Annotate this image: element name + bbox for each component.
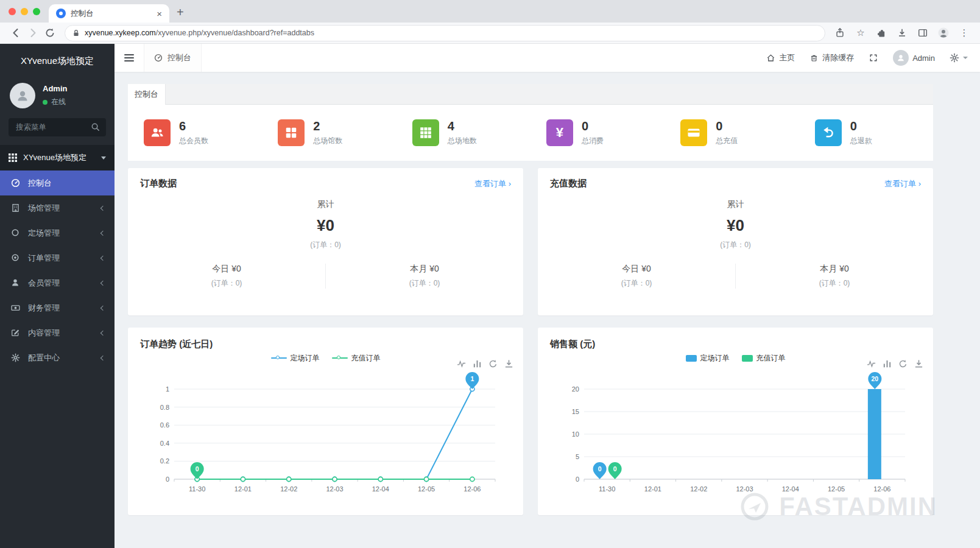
- browser-tab[interactable]: 控制台 ×: [49, 4, 169, 23]
- sidebar-toggle-icon[interactable]: [115, 44, 144, 72]
- toolbox-line-chart-icon[interactable]: [457, 359, 466, 368]
- recharge-data-panel: 充值数据 查看订单 › 累计 ¥0 (订单：0) 今日 ¥0 (订单：0): [538, 168, 933, 315]
- sidebar: XYvenue场地预定 Admin 在线 XYvenue场地预定: [0, 44, 115, 548]
- building-icon: [11, 203, 21, 213]
- sidebar-item-booking[interactable]: 定场管理: [0, 220, 115, 245]
- svg-text:10: 10: [572, 430, 579, 438]
- stat-label: 总场馆数: [313, 136, 342, 146]
- sidebar-item-dashboard[interactable]: 控制台: [0, 170, 115, 195]
- reload-icon[interactable]: [41, 24, 58, 41]
- browser-toolbar: xyvenue.xykeep.com/xyvenue.php/xyvenue/d…: [0, 23, 980, 44]
- content-tab-dashboard[interactable]: 控制台: [128, 84, 166, 105]
- view-orders-link[interactable]: 查看订单 ›: [884, 178, 921, 189]
- toolbox-download-icon[interactable]: [504, 359, 513, 368]
- fullscreen-button[interactable]: [869, 53, 878, 63]
- toolbox-bar-chart-icon[interactable]: [883, 359, 892, 368]
- view-orders-link[interactable]: 查看订单 ›: [474, 178, 511, 189]
- toolbox-download-icon[interactable]: [914, 359, 923, 368]
- sales-chart[interactable]: 0510152011-3012-0112-0212-0312-0412-0512…: [550, 368, 933, 496]
- chevron-left-icon: [100, 280, 105, 285]
- svg-text:0: 0: [576, 476, 579, 483]
- sidebar-item-venues[interactable]: 场馆管理: [0, 195, 115, 220]
- share-icon[interactable]: [831, 24, 848, 41]
- svg-text:11-30: 11-30: [599, 485, 615, 493]
- tab-close-icon[interactable]: ×: [154, 9, 164, 18]
- dot-circle-icon: [11, 253, 21, 263]
- user-name: Admin: [43, 84, 67, 93]
- sidebar-menu: 控制台场馆管理定场管理订单管理会员管理财务管理内容管理配置中心: [0, 170, 115, 370]
- undo-icon: [815, 119, 842, 146]
- grid9-icon: [412, 119, 439, 146]
- chevron-left-icon: [100, 255, 105, 260]
- edit-icon: [11, 328, 21, 338]
- downloads-icon[interactable]: [894, 24, 911, 41]
- extensions-icon[interactable]: [873, 24, 890, 41]
- app-brand: XYvenue场地预定: [0, 44, 115, 78]
- topbar-user[interactable]: Admin: [893, 50, 935, 66]
- sidebar-item-config[interactable]: 配置中心: [0, 345, 115, 370]
- svg-text:12-04: 12-04: [372, 485, 389, 493]
- chart-toolbox: [867, 359, 923, 368]
- browser-profile-avatar[interactable]: [935, 24, 952, 41]
- url-bar[interactable]: xyvenue.xykeep.com/xyvenue.php/xyvenue/d…: [65, 25, 825, 41]
- new-tab-button[interactable]: +: [177, 5, 184, 19]
- side-panel-icon[interactable]: [914, 24, 931, 41]
- forward-icon[interactable]: [24, 24, 41, 41]
- toolbox-refresh-icon[interactable]: [898, 359, 908, 368]
- window-minimize-button[interactable]: [21, 8, 28, 15]
- svg-text:12-02: 12-02: [690, 485, 707, 493]
- sidebar-item-label: 内容管理: [28, 328, 60, 339]
- dashboard-icon: [154, 54, 163, 62]
- svg-text:0: 0: [166, 476, 169, 483]
- svg-text:20: 20: [572, 385, 579, 393]
- svg-text:12-02: 12-02: [280, 485, 297, 493]
- svg-text:0.6: 0.6: [160, 421, 169, 429]
- stat-label: 总充值: [716, 136, 738, 146]
- toolbox-refresh-icon[interactable]: [488, 359, 498, 368]
- legend-item[interactable]: 充值订单: [332, 353, 381, 364]
- legend-item[interactable]: 充值订单: [742, 353, 786, 364]
- user-avatar[interactable]: [10, 83, 35, 108]
- user-icon: [11, 278, 21, 288]
- month-cell: 本月 ¥0 (订单：0): [735, 264, 933, 289]
- back-icon[interactable]: [7, 24, 24, 41]
- sidebar-item-orders[interactable]: 订单管理: [0, 245, 115, 270]
- svg-text:12-06: 12-06: [464, 485, 481, 493]
- topbar-tab-dashboard[interactable]: 控制台: [144, 44, 202, 72]
- toolbox-bar-chart-icon[interactable]: [473, 359, 482, 368]
- th-grid-icon: [9, 153, 17, 162]
- panel-title: 充值数据: [550, 178, 587, 189]
- chevron-left-icon: [100, 330, 105, 335]
- online-dot-icon: [43, 100, 48, 105]
- window-close-button[interactable]: [9, 8, 16, 15]
- toolbar-actions: ☆ ⋮: [831, 24, 973, 41]
- top-navbar: 控制台 主页 清除缓存 Admin: [115, 44, 980, 72]
- total-amount: ¥0: [538, 216, 933, 235]
- legend-item[interactable]: 定场订单: [271, 353, 320, 364]
- home-button[interactable]: 主页: [766, 52, 795, 63]
- money-icon: [11, 303, 21, 313]
- browser-menu-icon[interactable]: ⋮: [956, 24, 973, 41]
- stat-spend: ¥0总消费: [531, 119, 664, 146]
- bookmark-star-icon[interactable]: ☆: [852, 24, 869, 41]
- sidebar-item-finance[interactable]: 财务管理: [0, 295, 115, 320]
- svg-text:0.4: 0.4: [160, 440, 169, 447]
- sidebar-root-item[interactable]: XYvenue场地预定: [0, 145, 115, 170]
- clear-cache-button[interactable]: 清除缓存: [809, 52, 854, 63]
- sidebar-item-members[interactable]: 会员管理: [0, 270, 115, 295]
- legend-item[interactable]: 定场订单: [686, 353, 730, 364]
- stat-value: 0: [582, 119, 604, 133]
- content-tabstrip: 控制台: [128, 84, 933, 105]
- topbar-avatar: [893, 50, 909, 66]
- search-icon[interactable]: [91, 122, 100, 132]
- toolbox-line-chart-icon[interactable]: [867, 359, 876, 368]
- window-zoom-button[interactable]: [33, 8, 40, 15]
- stat-refund: 0总退款: [799, 119, 933, 146]
- chevron-left-icon: [100, 205, 105, 210]
- order-trend-chart[interactable]: 00.20.40.60.8111-3012-0112-0212-0312-041…: [140, 368, 523, 496]
- sidebar-item-content[interactable]: 内容管理: [0, 320, 115, 345]
- sidebar-search: [9, 118, 106, 136]
- settings-menu-button[interactable]: [950, 53, 968, 63]
- main-area: 控制台 主页 清除缓存 Admin: [115, 44, 980, 548]
- browser-tabstrip: 控制台 × +: [0, 0, 980, 23]
